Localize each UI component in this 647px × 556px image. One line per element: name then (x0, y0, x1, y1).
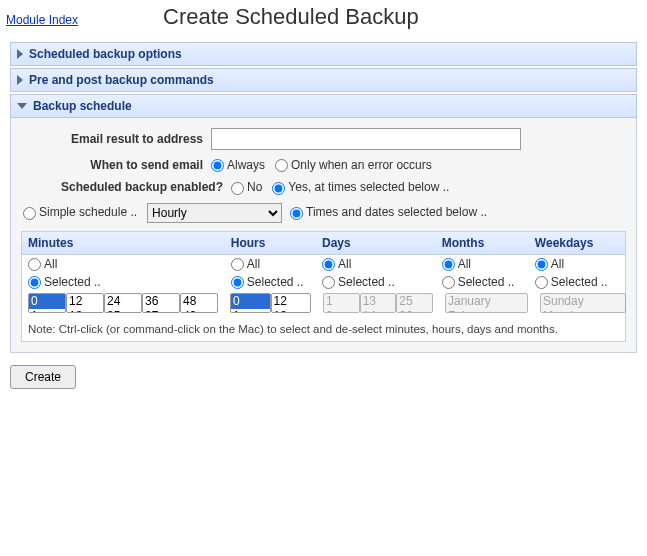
col-months-header: Months (436, 232, 529, 254)
list-item: 25262728293031 (396, 293, 433, 313)
panel-commands-header[interactable]: Pre and post backup commands (10, 68, 637, 92)
list-item: JanuaryFebruaryMarchAprilMayJuneJulyAugu… (445, 293, 528, 313)
email-label: Email result to address (21, 132, 211, 146)
times-label: Times and dates selected below .. (306, 205, 487, 219)
chevron-down-icon (17, 103, 27, 109)
enabled-no-text: No (247, 180, 262, 194)
simple-radio[interactable] (23, 207, 36, 220)
list-item[interactable]: 484950515253545556575859 (180, 293, 218, 313)
when-error-radio[interactable] (275, 159, 288, 172)
list-item[interactable]: 121314151617181920212223 (271, 293, 312, 313)
weekdays-sel-radio[interactable] (535, 276, 548, 289)
module-index-link[interactable]: Module Index (6, 13, 78, 27)
chevron-right-icon (17, 75, 23, 85)
days-sel-radio[interactable] (322, 276, 335, 289)
list-item[interactable]: 121314151617181920212223 (66, 293, 104, 313)
enabled-no-radio[interactable] (231, 182, 244, 195)
email-input[interactable] (211, 128, 521, 150)
when-label: When to send email (21, 158, 211, 172)
panel-schedule-title: Backup schedule (33, 99, 132, 113)
enabled-yes-radio[interactable] (272, 182, 285, 195)
minutes-sel-radio[interactable] (28, 276, 41, 289)
col-minutes-header: Minutes (22, 232, 225, 254)
panel-schedule-header[interactable]: Backup schedule (10, 94, 637, 118)
minutes-all-radio[interactable] (28, 258, 41, 271)
when-always-radio[interactable] (211, 159, 224, 172)
months-all-radio[interactable] (442, 258, 455, 271)
enabled-yes-text: Yes, at times selected below .. (288, 180, 449, 194)
panel-options-title: Scheduled backup options (29, 47, 182, 61)
page-title: Create Scheduled Backup (163, 4, 419, 30)
col-hours-header: Hours (225, 232, 316, 254)
create-button[interactable]: Create (10, 365, 76, 389)
col-weekdays-header: Weekdays (529, 232, 625, 254)
col-days-header: Days (316, 232, 436, 254)
list-item: SundayMondayTuesdayWednesdayThursdayFrid… (540, 293, 626, 313)
weekdays-all-radio[interactable] (535, 258, 548, 271)
hours-all-radio[interactable] (231, 258, 244, 271)
list-item[interactable]: 363738394041424344454647 (142, 293, 180, 313)
list-item: 123456789101112 (323, 293, 360, 313)
times-radio[interactable] (290, 207, 303, 220)
panel-options-header[interactable]: Scheduled backup options (10, 42, 637, 66)
list-item: 131415161718192021222324 (360, 293, 397, 313)
list-item[interactable]: 01234567891011 (230, 293, 271, 313)
days-all-radio[interactable] (322, 258, 335, 271)
months-sel-radio[interactable] (442, 276, 455, 289)
panel-commands-title: Pre and post backup commands (29, 73, 214, 87)
enabled-label: Scheduled backup enabled? (21, 180, 231, 194)
panel-schedule-body: Email result to address When to send ema… (10, 118, 637, 353)
list-item[interactable]: 242526272829303132333435 (104, 293, 142, 313)
when-always-text: Always (227, 158, 265, 172)
simple-label: Simple schedule .. (39, 205, 137, 219)
when-error-text: Only when an error occurs (291, 158, 432, 172)
chevron-right-icon (17, 49, 23, 59)
hours-sel-radio[interactable] (231, 276, 244, 289)
schedule-table: Minutes Hours Days Months Weekdays All A… (21, 231, 626, 343)
schedule-note: Note: Ctrl-click (or command-click on th… (22, 319, 625, 341)
simple-select[interactable]: Hourly (147, 203, 282, 223)
list-item[interactable]: 01234567891011 (28, 293, 66, 313)
